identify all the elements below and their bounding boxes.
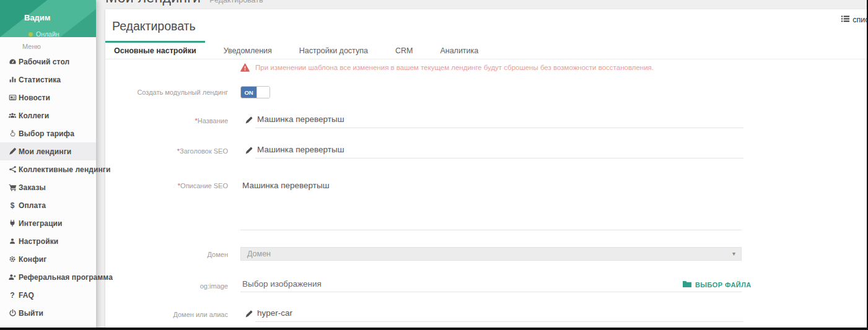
field-label: Создать модульный лендинг — [105, 87, 228, 97]
tab-analytics[interactable]: Аналитика — [431, 41, 487, 59]
orders-icon — [8, 183, 17, 191]
field-label: *Название — [105, 116, 228, 126]
sidebar-item-news[interactable]: Новости — [0, 89, 96, 106]
logout-icon — [8, 309, 17, 317]
window-edge — [0, 328, 868, 330]
tab-notifications[interactable]: Уведомления — [215, 41, 281, 59]
warning-icon — [240, 63, 250, 74]
sidebar-item-label: Конфиг — [19, 255, 46, 264]
config-icon — [8, 255, 17, 263]
sidebar-item-label: FAQ — [19, 291, 34, 300]
pencil-icon — [245, 309, 253, 320]
module-toggle[interactable]: ON — [240, 86, 270, 98]
page-title: Мои лендинги — [105, 0, 201, 6]
page-heading: Мои лендинги Редактировать — [105, 0, 263, 6]
user-status: Онлайн — [28, 30, 59, 37]
tab-label: Настройки доступа — [299, 46, 368, 55]
sidebar-item-tariff[interactable]: Выбор тарифа — [0, 124, 96, 142]
sidebar-item-faq[interactable]: ?FAQ — [0, 286, 96, 304]
sidebar-item-payment[interactable]: $Оплата — [0, 196, 96, 214]
alias-input[interactable]: hyper-car — [255, 308, 743, 322]
menu-section-label: Меню — [0, 37, 96, 50]
list-icon — [841, 15, 849, 24]
online-status-label: Онлайн — [36, 30, 59, 37]
toggle-on-label: ON — [241, 87, 256, 98]
sidebar-item-my-landings[interactable]: Мои лендинги — [0, 142, 96, 160]
input-underline — [240, 292, 742, 292]
user-name: Вадим — [24, 13, 50, 22]
sidebar-item-logout[interactable]: Выйти — [0, 304, 96, 322]
sidebar-item-integrations[interactable]: Интеграции — [0, 214, 96, 232]
tab-label: Аналитика — [440, 46, 478, 55]
field-label: Домен — [105, 250, 228, 259]
sidebar-item-label: Настройки — [19, 237, 58, 246]
list-view-button[interactable]: список — [841, 15, 868, 24]
payment-icon: $ — [8, 201, 17, 210]
chevron-down-icon: ▾ — [732, 248, 735, 260]
tab-access-settings[interactable]: Настройки доступа — [291, 41, 377, 59]
template-warning: При изменении шаблона все изменения в ва… — [240, 63, 654, 74]
pencil-icon — [245, 115, 253, 126]
tab-label: Основные настройки — [114, 46, 196, 55]
sidebar-item-referral[interactable]: Реферальная программа — [0, 268, 96, 286]
warning-text: При изменении шаблона все изменения в ва… — [255, 63, 654, 71]
og-image-value[interactable]: Выбор изображения — [240, 279, 676, 291]
card-title: Редактировать — [112, 19, 196, 33]
colleagues-icon — [8, 111, 17, 119]
tab-main-settings[interactable]: Основные настройки — [105, 41, 205, 59]
domain-select-placeholder: Домен — [247, 250, 271, 258]
sidebar-menu: Рабочий столСтатистикаНовостиКоллегиВыбо… — [0, 53, 96, 322]
field-label: *Заголовок SEO — [105, 146, 228, 156]
edit-card: Редактировать список Основные настройкиУ… — [105, 9, 868, 330]
choose-file-button[interactable]: ВЫБОР ФАЙЛА — [683, 280, 752, 289]
sidebar-item-label: Рабочий стол — [19, 58, 69, 66]
seo-description-textarea[interactable]: Машинка перевертыш — [240, 181, 742, 230]
sidebar-item-label: Статистика — [19, 76, 61, 84]
sidebar-item-label: Интеграции — [19, 219, 63, 228]
sidebar-user-panel: Вадим Онлайн — [0, 0, 96, 37]
sidebar-item-collective-landings[interactable]: Коллективные лендинги — [0, 160, 96, 178]
online-status-dot — [28, 32, 33, 37]
faq-icon: ? — [8, 291, 17, 300]
sidebar-item-label: Выйти — [19, 309, 43, 318]
sidebar-item-label: Новости — [19, 93, 50, 102]
sidebar-item-orders[interactable]: Заказы — [0, 178, 96, 196]
sidebar: Вадим Онлайн Меню Рабочий столСтатистика… — [0, 0, 96, 330]
sidebar-item-statistics[interactable]: Статистика — [0, 71, 96, 89]
toggle-knob — [256, 87, 270, 98]
choose-file-label: ВЫБОР ФАЙЛА — [695, 281, 752, 289]
sidebar-item-label: Выбор тарифа — [19, 129, 74, 138]
sidebar-item-settings[interactable]: Настройки — [0, 232, 96, 250]
sidebar-item-colleagues[interactable]: Коллеги — [0, 106, 96, 124]
referral-icon — [8, 273, 17, 281]
sidebar-item-label: Заказы — [19, 183, 46, 192]
folder-icon — [683, 280, 691, 289]
news-icon — [8, 93, 17, 102]
tariff-icon — [8, 129, 17, 137]
sidebar-item-label: Оплата — [19, 201, 46, 210]
name-input[interactable]: Машинка перевертыш — [255, 115, 743, 128]
tab-bar: Основные настройкиУведомленияНастройки д… — [105, 41, 868, 59]
app-window: Мои лендинги Редактировать Вадим Онлайн … — [0, 0, 868, 330]
tab-label: CRM — [395, 46, 413, 55]
field-label: og:image — [105, 281, 228, 291]
landings-icon — [8, 147, 17, 155]
integrations-icon — [8, 219, 17, 227]
share-icon — [8, 165, 17, 173]
sidebar-item-label: Коллективные лендинги — [19, 165, 110, 174]
stats-icon — [8, 76, 17, 84]
settings-icon — [8, 237, 17, 245]
sidebar-item-label: Реферальная программа — [19, 273, 113, 282]
list-view-label: список — [853, 15, 868, 24]
tab-crm[interactable]: CRM — [387, 41, 421, 59]
tab-label: Уведомления — [224, 46, 272, 55]
sidebar-item-config[interactable]: Конфиг — [0, 250, 96, 268]
sidebar-item-desktop[interactable]: Рабочий стол — [0, 53, 96, 71]
seo-title-input[interactable]: Машинка перевертыш — [255, 145, 743, 158]
sidebar-item-label: Мои лендинги — [19, 147, 71, 156]
field-label: Домен или алиас — [105, 310, 228, 319]
breadcrumb: Редактировать — [209, 0, 263, 4]
sidebar-item-label: Коллеги — [19, 111, 49, 120]
field-label: *Описание SEO — [105, 181, 228, 191]
domain-select[interactable]: Домен ▾ — [240, 247, 742, 261]
